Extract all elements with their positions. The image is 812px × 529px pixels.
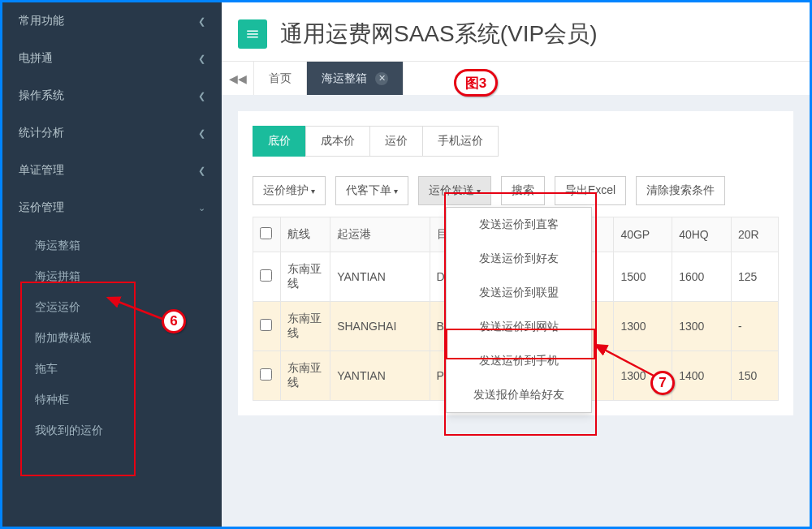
dd-item-mobile[interactable]: 发送运价到手机	[447, 344, 591, 378]
chevron-left-icon: ❮	[198, 91, 205, 101]
sidebar-item-dianpin[interactable]: 电拼通 ❮	[2, 40, 222, 77]
tabs-bar: ◀◀ 首页 海运整箱 ✕	[222, 61, 810, 95]
cell-route: 东南亚线	[281, 302, 330, 351]
chevron-down-icon: ⌄	[198, 203, 205, 213]
dd-item-direct[interactable]: 发送运价到直客	[447, 208, 591, 242]
cell-40hq: 1400	[672, 351, 732, 401]
th-40hq: 40HQ	[672, 217, 732, 252]
th-20r: 20R	[731, 217, 778, 252]
chevron-left-icon: ❮	[198, 54, 205, 64]
cell-20r: 150	[731, 351, 778, 401]
menu-toggle-button[interactable]	[238, 19, 267, 49]
search-button[interactable]: 搜索	[501, 176, 545, 205]
price-tab-cost[interactable]: 成本价	[305, 126, 370, 157]
price-tab-rate[interactable]: 运价	[369, 126, 423, 157]
tab-back-button[interactable]: ◀◀	[222, 62, 254, 95]
cell-pol: YANTIAN	[330, 252, 430, 302]
cell-20r: -	[731, 302, 778, 351]
close-icon[interactable]: ✕	[375, 72, 388, 85]
th-40gp: 40GP	[614, 217, 672, 252]
cell-40gp: 1300	[614, 351, 672, 401]
price-tab-base[interactable]: 底价	[253, 126, 306, 157]
caret-down-icon: ▾	[394, 187, 398, 196]
tab-label: 首页	[269, 71, 292, 86]
cell-route: 东南亚线	[281, 351, 330, 401]
cell-pol: SHANGHAI	[330, 302, 430, 351]
btn-label: 运价维护	[263, 183, 309, 198]
tab-home[interactable]: 首页	[254, 62, 307, 95]
sidebar-item-label: 单证管理	[19, 163, 64, 178]
sidebar-item-common[interactable]: 常用功能 ❮	[2, 2, 222, 40]
btn-label: 运价发送	[429, 183, 474, 198]
cell-40hq: 1300	[672, 302, 732, 351]
sub-item-fcl[interactable]: 海运整箱	[2, 230, 222, 261]
chevron-left-icon: ❮	[198, 16, 205, 27]
tab-fcl[interactable]: 海运整箱 ✕	[307, 62, 404, 95]
hamburger-icon	[245, 27, 260, 41]
chevron-left-icon: ❮	[198, 128, 205, 139]
select-all-checkbox[interactable]	[260, 227, 272, 239]
sidebar-item-operation[interactable]: 操作系统 ❮	[2, 77, 222, 114]
sub-item-special[interactable]: 特种柜	[2, 385, 222, 415]
maintain-button[interactable]: 运价维护▾	[253, 176, 326, 205]
th-pol: 起运港	[330, 217, 430, 252]
sidebar-item-pricing[interactable]: 运价管理 ⌄	[2, 189, 222, 226]
sub-item-truck[interactable]: 拖车	[2, 354, 222, 385]
chevron-left-icon: ❮	[198, 166, 205, 176]
dd-item-friend[interactable]: 发送运价到好友	[447, 242, 591, 276]
row-checkbox[interactable]	[260, 368, 272, 381]
th-route: 航线	[281, 217, 330, 252]
cell-pol: YANTIAN	[330, 351, 430, 401]
dd-item-alliance[interactable]: 发送运价到联盟	[447, 276, 591, 310]
sub-item-received[interactable]: 我收到的运价	[2, 415, 222, 446]
sub-item-lcl[interactable]: 海运拼箱	[2, 261, 222, 292]
sidebar-item-docs[interactable]: 单证管理 ❮	[2, 152, 222, 189]
row-checkbox[interactable]	[260, 269, 272, 282]
header: 通用运费网SAAS系统(VIP会员)	[222, 2, 810, 61]
cell-40gp: 1300	[614, 302, 672, 351]
sidebar: 常用功能 ❮ 电拼通 ❮ 操作系统 ❮ 统计分析 ❮ 单证管理 ❮ 运价管理 ⌄…	[2, 2, 222, 527]
sub-item-surcharge[interactable]: 附加费模板	[2, 323, 222, 354]
row-checkbox[interactable]	[260, 319, 272, 331]
sidebar-item-label: 统计分析	[19, 126, 64, 140]
price-tab-group: 底价 成本价 运价 手机运价	[253, 126, 779, 157]
dd-item-website[interactable]: 发送运价到网站	[447, 310, 591, 344]
sidebar-item-label: 电拼通	[19, 51, 53, 66]
send-button[interactable]: 运价发送▾	[418, 176, 491, 205]
sidebar-item-stats[interactable]: 统计分析 ❮	[2, 114, 222, 152]
content-card: 底价 成本价 运价 手机运价 运价维护▾ 代客下单▾ 运价发送▾ 搜索 导出Ex…	[238, 111, 793, 415]
tab-label: 海运整箱	[322, 71, 367, 86]
price-tab-mobile[interactable]: 手机运价	[422, 126, 499, 157]
caret-down-icon: ▾	[477, 187, 481, 196]
cell-40hq: 1600	[672, 252, 732, 302]
export-button[interactable]: 导出Excel	[555, 176, 626, 205]
order-button[interactable]: 代客下单▾	[335, 176, 408, 205]
send-dropdown: 发送运价到直客 发送运价到好友 发送运价到联盟 发送运价到网站 发送运价到手机 …	[446, 207, 592, 413]
page-title: 通用运费网SAAS系统(VIP会员)	[280, 19, 597, 49]
sub-item-air[interactable]: 空运运价	[2, 292, 222, 323]
sidebar-item-label: 常用功能	[19, 14, 64, 28]
clear-button[interactable]: 清除搜索条件	[636, 176, 725, 205]
sidebar-item-label: 操作系统	[19, 88, 64, 103]
cell-route: 东南亚线	[281, 252, 330, 302]
main-area: 通用运费网SAAS系统(VIP会员) ◀◀ 首页 海运整箱 ✕ 底价 成本价 运…	[222, 2, 810, 527]
sidebar-submenu: 海运整箱 海运拼箱 空运运价 附加费模板 拖车 特种柜 我收到的运价	[2, 226, 222, 450]
toolbar: 运价维护▾ 代客下单▾ 运价发送▾ 搜索 导出Excel 清除搜索条件 发送运价…	[253, 176, 779, 205]
double-chevron-left-icon: ◀◀	[229, 72, 247, 85]
btn-label: 代客下单	[346, 183, 391, 198]
sidebar-item-label: 运价管理	[19, 200, 64, 215]
cell-40gp: 1500	[614, 252, 672, 302]
caret-down-icon: ▾	[311, 187, 315, 196]
dd-item-quote[interactable]: 发送报价单给好友	[447, 378, 591, 412]
cell-20r: 125	[731, 252, 778, 302]
